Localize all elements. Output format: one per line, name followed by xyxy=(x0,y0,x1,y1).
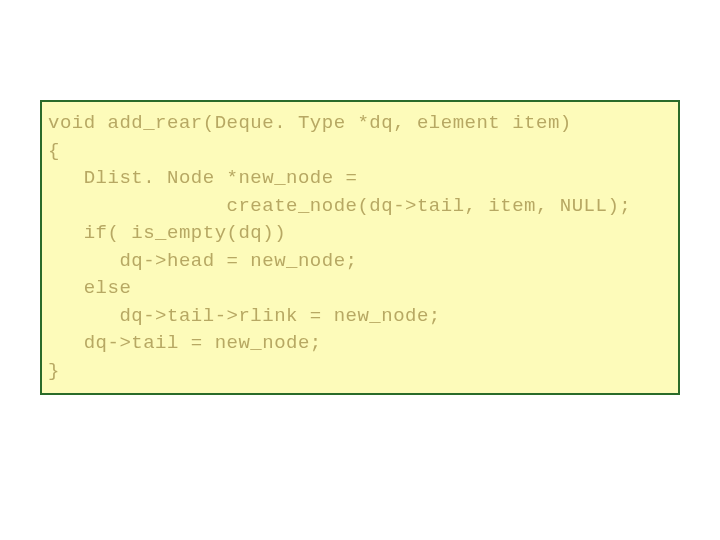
code-line: void add_rear(Deque. Type *dq, element i… xyxy=(48,110,672,138)
code-line: Dlist. Node *new_node = xyxy=(48,165,672,193)
code-line: else xyxy=(48,275,672,303)
code-line: dq->tail = new_node; xyxy=(48,330,672,358)
code-line: { xyxy=(48,138,672,166)
code-line: if( is_empty(dq)) xyxy=(48,220,672,248)
code-snippet-box: void add_rear(Deque. Type *dq, element i… xyxy=(40,100,680,395)
code-line: } xyxy=(48,358,672,386)
code-line: dq->head = new_node; xyxy=(48,248,672,276)
code-line: create_node(dq->tail, item, NULL); xyxy=(48,193,672,221)
code-line: dq->tail->rlink = new_node; xyxy=(48,303,672,331)
